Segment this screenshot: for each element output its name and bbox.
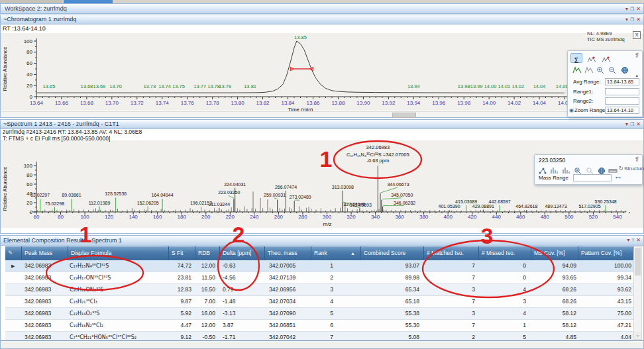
cell-rdb: 16.50 <box>195 284 220 295</box>
x-tick-label: 60 <box>34 214 40 220</box>
y-axis-title: Relative Abundance <box>2 167 8 211</box>
range1-input[interactable] <box>605 88 639 95</box>
peak-view-button[interactable] <box>572 64 582 72</box>
mass-range-input[interactable] <box>573 174 612 181</box>
peak-label: 223.03250 <box>218 190 240 195</box>
label-leader-line <box>274 198 278 199</box>
pin-icon[interactable]: ❐ <box>630 122 634 126</box>
ruler-button[interactable] <box>608 164 617 173</box>
zoom-in-button[interactable] <box>573 164 583 173</box>
peak-label: 489.12473 <box>545 204 566 209</box>
zoom-out-button[interactable] <box>585 164 595 173</box>
collapse-caret[interactable]: ▴ <box>635 73 638 78</box>
spectrum-panel-header[interactable]: ~Spectrum 1 2413 - 2416 - zurrlmdq - C1T… <box>1 120 643 129</box>
structure-button[interactable]: Structure <box>624 166 644 172</box>
peak-view-alt-button[interactable] <box>584 64 594 72</box>
peak-label: 401.05390 <box>439 204 460 209</box>
results-panel-header[interactable]: Elemental Composition Results - Spectrum… <box>1 236 643 246</box>
x-tick-label: 500 <box>564 214 574 220</box>
globe-icon <box>621 66 629 74</box>
rt-point-label: 14.01 <box>498 83 511 89</box>
x-tick-label: 13.92 <box>382 100 396 106</box>
base-peak-formula-label: C₁₇H₁₅N₄³⁵Cl³²S =342.07005 <box>347 152 409 158</box>
table-row[interactable]: 342.06983C₁₉H₁₇ON³⁵Cl³²S23.8111.50-4.563… <box>5 272 633 284</box>
zoom-out-button[interactable] <box>608 64 618 72</box>
cell-theo_mass: 342.06956 <box>265 284 311 295</box>
cell-rdb: 12.00 <box>195 320 220 331</box>
column-header-s-fit[interactable]: S Fit <box>169 246 195 260</box>
sort-ascending-icon: ▲ <box>350 246 355 260</box>
range2-input[interactable] <box>605 97 639 105</box>
rt-point-label: 14.06 <box>556 83 568 89</box>
range1-chart-button[interactable] <box>586 53 597 62</box>
overlay-close-button[interactable]: X <box>633 31 641 39</box>
rt-point-label: 13.77 <box>193 83 206 89</box>
column-header-delta-ppm-[interactable]: Delta [ppm] <box>220 246 265 260</box>
close-icon[interactable]: ✕ <box>636 237 641 243</box>
table-row[interactable]: 342.06983C₂₂H₁₄O₂³²S5.9216.00-3.13342.07… <box>5 308 633 320</box>
pin-icon[interactable]: ❡ <box>635 156 639 162</box>
results-vscrollbar[interactable]: ⌄ <box>633 246 642 340</box>
x-tick-label: 80 <box>58 214 64 220</box>
range2-chart-button[interactable] <box>601 53 612 62</box>
results-table-header-row: ✎Peak MassDisplay FormulaS FitRDBDelta [… <box>5 246 633 260</box>
globe-button[interactable] <box>619 64 630 72</box>
pin-icon[interactable]: ❡ <box>635 52 639 58</box>
table-row[interactable]: 342.06983C₁₈H₂₁³⁵Cl₃9.877.00-1.48342.070… <box>5 296 633 308</box>
column-header-combined-score[interactable]: Combined Score <box>361 246 424 260</box>
x-tick-label: 13.90 <box>356 100 370 106</box>
column-header-ms-cov-[interactable]: MS Cov. [%] <box>531 246 578 260</box>
close-icon[interactable]: ✕ <box>636 17 641 23</box>
label-leader-line <box>382 198 402 199</box>
collapse-icon[interactable]: ▾ <box>625 121 628 127</box>
chromatogram-hscroll-thumb[interactable] <box>392 113 416 118</box>
collapse-icon[interactable]: ▾ <box>625 17 628 23</box>
column-header-rank[interactable]: Rank▲ <box>311 246 361 260</box>
y-axis-title: Relative Abundance <box>2 47 8 91</box>
collapse-icon[interactable]: ▾ <box>627 237 629 243</box>
sum-ranges-button[interactable]: Σ <box>570 53 582 63</box>
apply-range-icon[interactable]: ⊷ <box>616 175 621 181</box>
chart-red-dot-icon <box>602 56 611 64</box>
x-axis-title: m/z <box>323 221 332 227</box>
table-row[interactable]: 342.06983C₂₀H₁₂ON₃³²S12.8316.500.79342.0… <box>5 284 633 296</box>
avg-range-input[interactable] <box>605 78 639 85</box>
chromatogram-panel-header[interactable]: ~Chromatogram 1 zurrlmdq ▾❐✕ <box>1 15 643 25</box>
x-tick-label: 140 <box>129 214 138 220</box>
column-header-theo-mass[interactable]: Theo. mass <box>265 246 311 260</box>
x-tick-label: 13.76 <box>181 100 195 106</box>
column-header-pattern-cov-[interactable]: Pattern Cov. [%] <box>578 246 633 260</box>
column-header--matched-iso-[interactable]: # Matched Iso. <box>424 246 479 260</box>
row-selector-cell <box>5 296 22 307</box>
table-edit-icon[interactable]: ✎ <box>5 246 22 260</box>
table-row[interactable]: ▶342.06983C₁₇H₁₅N₄³⁵Cl³²S74.7212.00-0.63… <box>5 260 633 272</box>
zoom-in-button[interactable] <box>596 64 606 72</box>
structure-dots-button[interactable] <box>537 164 547 173</box>
pin-icon[interactable]: ? <box>631 238 634 242</box>
zoom-range-input[interactable] <box>605 107 639 114</box>
table-row[interactable]: 342.06983C₁₉H₁₆N₂³⁵Cl₂4.4712.003.87342.0… <box>5 320 633 332</box>
rt-point-label: 13.73 <box>143 83 156 89</box>
column-header-rdb[interactable]: RDB <box>195 246 220 260</box>
green-peak-icon <box>572 66 582 74</box>
column-header-peak-mass[interactable]: Peak Mass <box>22 246 68 260</box>
x-tick-label: 240 <box>250 214 259 220</box>
pin-icon[interactable]: ❐ <box>630 7 634 11</box>
pin-icon[interactable]: ❐ <box>630 17 634 22</box>
globe-button[interactable] <box>597 164 607 173</box>
x-tick-label: 13.78 <box>206 100 220 106</box>
results-vscroll-thumb[interactable] <box>635 248 641 275</box>
structure-refresh-icon[interactable]: ↻ <box>619 166 623 172</box>
zoom-out-icon <box>608 66 617 74</box>
close-icon[interactable]: ✕ <box>636 6 641 12</box>
column-header-display-formula[interactable]: Display Formula <box>68 246 169 260</box>
column-header--missed-iso-[interactable]: # Missed Iso. <box>479 246 531 260</box>
close-icon[interactable]: ✕ <box>636 121 641 127</box>
spectrum-bars-button[interactable] <box>549 164 559 173</box>
collapse-icon[interactable]: ▾ <box>625 6 628 12</box>
chromatogram-hscrollbar[interactable] <box>1 111 643 117</box>
spectrum-bars-alt-button[interactable] <box>561 164 571 173</box>
x-tick-label: 13.88 <box>331 100 345 106</box>
scroll-down-arrow-icon[interactable]: ⌄ <box>634 332 641 339</box>
results-panel-title: Elemental Composition Results - Spectrum… <box>3 237 122 244</box>
